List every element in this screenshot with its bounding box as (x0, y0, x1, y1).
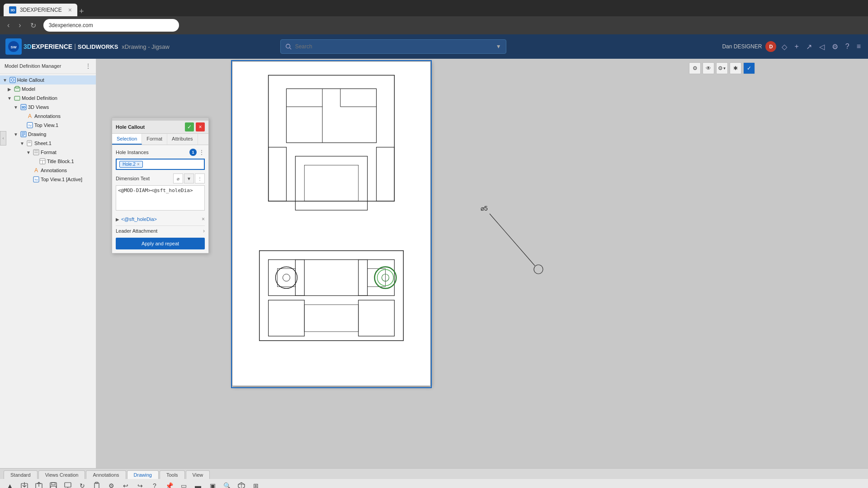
tab-view[interactable]: View (186, 470, 210, 479)
tab-views-label: Views Creation (45, 472, 79, 478)
expand-model[interactable]: ▶ (6, 86, 13, 92)
tab-drawing[interactable]: Drawing (127, 470, 159, 479)
tree-item-title-block[interactable]: ▶ Title Block.1 (0, 157, 96, 166)
panel-confirm-btn[interactable]: ✓ (185, 122, 194, 131)
settings2-icon[interactable]: ⚙ (105, 480, 118, 488)
sidebar-header: Model Definition Manager ⋮ (0, 59, 96, 74)
display-icon[interactable] (61, 480, 74, 488)
tree-item-3d-views[interactable]: ▼ 3D 3D Views (0, 103, 96, 112)
3d-view-icon[interactable] (235, 480, 248, 488)
tree-item-hole-callout[interactable]: ▼ Hole Callout (0, 75, 96, 84)
canvas-confirm-btn[interactable]: ✓ (743, 62, 755, 74)
canvas-settings-btn[interactable]: ⚙ (689, 62, 701, 74)
refresh2-icon[interactable]: ↻ (76, 480, 89, 488)
dimension-text-label: Dimension Text (116, 176, 150, 181)
expand-3d-views[interactable]: ▼ (13, 104, 19, 110)
browser-tabs: 3D 3DEXPERIENCE × + (4, 0, 84, 16)
tab-tools[interactable]: Tools (160, 470, 185, 479)
expand-hole-callout[interactable]: ▼ (2, 77, 8, 83)
expand-format[interactable]: ▼ (25, 149, 32, 155)
panel-cancel-btn[interactable]: × (196, 122, 205, 131)
tab-view-label: View (193, 472, 203, 478)
dim-dropdown-btn[interactable]: ▼ (184, 174, 194, 183)
tree-item-sheet-1[interactable]: ▼ Sheet.1 (0, 139, 96, 148)
callout-item[interactable]: ▶ <@sft_holeDia> × (116, 215, 205, 224)
tree-item-annotations-3d[interactable]: ▶ A Annotations (0, 112, 96, 121)
add-icon[interactable]: + (793, 41, 800, 52)
clipboard-icon[interactable] (90, 480, 103, 488)
tab-annotations-label: Annotations (93, 472, 119, 478)
tools-icon[interactable]: ⚙ (830, 41, 840, 53)
tree-item-model-definition[interactable]: ▼ Model Definition (0, 94, 96, 103)
svg-text:SW: SW (11, 45, 17, 49)
bottom-toolbar: Standard Views Creation Annotations Draw… (0, 468, 868, 488)
chip-remove-btn[interactable]: × (137, 162, 140, 167)
redo-icon[interactable]: ↪ (134, 480, 146, 488)
tab-format[interactable]: Format (142, 134, 167, 145)
dim-more-btn[interactable]: ⋮ (195, 174, 205, 183)
tree-item-drawing[interactable]: ▼ Drawing (0, 130, 96, 139)
tab-standard[interactable]: Standard (4, 470, 38, 479)
canvas-view-btn[interactable]: 👁 (703, 62, 714, 74)
settings-icon: ⚙ (718, 65, 723, 71)
rect2-icon[interactable]: ▬ (192, 480, 204, 488)
grid-icon[interactable]: ▣ (206, 480, 219, 488)
sidebar-more-btn[interactable]: ⋮ (85, 62, 91, 70)
model-def-icon (14, 94, 21, 102)
tab-title: 3DEXPERIENCE (20, 7, 62, 13)
callout-remove-btn[interactable]: × (202, 216, 205, 222)
search-dropdown[interactable]: ▼ (496, 43, 501, 50)
apply-repeat-btn[interactable]: Apply and repeat (116, 238, 205, 249)
dim-symbol-btn[interactable]: ⌀ (173, 174, 183, 183)
active-tab[interactable]: 3D 3DEXPERIENCE × (4, 4, 77, 16)
help-icon[interactable]: ? (844, 41, 851, 52)
tab-annotations[interactable]: Annotations (86, 470, 126, 479)
undo-icon[interactable]: ↩ (119, 480, 132, 488)
expand-model-def[interactable]: ▼ (6, 95, 13, 101)
sidebar-collapse-btn[interactable]: ‹ (0, 131, 6, 145)
cancel-icon: × (198, 124, 202, 130)
table-icon[interactable]: ⊞ (250, 480, 262, 488)
tree-item-annotations-sheet[interactable]: ▶ A Annotations (0, 166, 96, 175)
back-button[interactable]: ‹ (5, 19, 11, 31)
dim-text-area[interactable]: <@MOD-DIAM><@sft_holeDia> (116, 185, 205, 211)
expand-sheet[interactable]: ▼ (19, 140, 25, 146)
tree-item-format[interactable]: ▼ Format (0, 148, 96, 157)
tree-item-top-view-active[interactable]: ▶ TV Top View.1 [Active] (0, 175, 96, 184)
import-icon[interactable] (18, 480, 31, 488)
new-tab-btn[interactable]: + (79, 7, 84, 16)
share-icon[interactable]: ↗ (804, 41, 814, 53)
expand-drawing[interactable]: ▼ (13, 131, 19, 137)
canvas-star-btn[interactable]: ✱ (730, 62, 741, 74)
address-bar: ‹ › ↻ 3dexperience.com (0, 16, 868, 34)
leader-attachment-row[interactable]: Leader Attachment › (116, 225, 205, 236)
pin-icon[interactable]: 📌 (163, 480, 175, 488)
tab-close-btn[interactable]: × (68, 6, 72, 14)
zoom-icon[interactable]: 🔍 (221, 480, 233, 488)
address-input[interactable]: 3dexperience.com (43, 19, 179, 32)
toolbar-collapse-btn[interactable]: ▲ (4, 480, 16, 488)
search-bar[interactable]: ▼ (280, 39, 506, 54)
rect-icon[interactable]: ▭ (177, 480, 190, 488)
forward-button[interactable]: › (17, 19, 23, 31)
menu-icon[interactable]: ≡ (855, 41, 863, 52)
refresh-button[interactable]: ↻ (28, 19, 38, 32)
tab-selection[interactable]: Selection (112, 134, 142, 145)
save-icon[interactable] (47, 480, 60, 488)
hole-input-box[interactable]: Hole.2 × (116, 159, 205, 170)
svg-text:TV: TV (28, 124, 32, 127)
help2-icon[interactable]: ? (148, 480, 161, 488)
tab-views-creation[interactable]: Views Creation (38, 470, 85, 479)
drawing-sheet (232, 61, 431, 386)
hole-instances-more[interactable]: ⋮ (198, 149, 205, 156)
tree-item-top-view-1[interactable]: ▶ TV Top View.1 (0, 121, 96, 130)
export-icon[interactable] (33, 480, 45, 488)
tab-attributes[interactable]: Attributes (167, 134, 198, 145)
hole-chip-label: Hole.2 (123, 162, 136, 167)
search-input[interactable] (295, 43, 492, 50)
tree-item-model[interactable]: ▶ Model (0, 84, 96, 94)
back-arrow-icon[interactable]: ◁ (817, 41, 826, 53)
canvas-view-dropdown-btn[interactable]: ⚙ ▼ (716, 62, 728, 74)
user-avatar[interactable]: D (765, 41, 776, 52)
compass-icon[interactable]: ◇ (780, 41, 789, 53)
